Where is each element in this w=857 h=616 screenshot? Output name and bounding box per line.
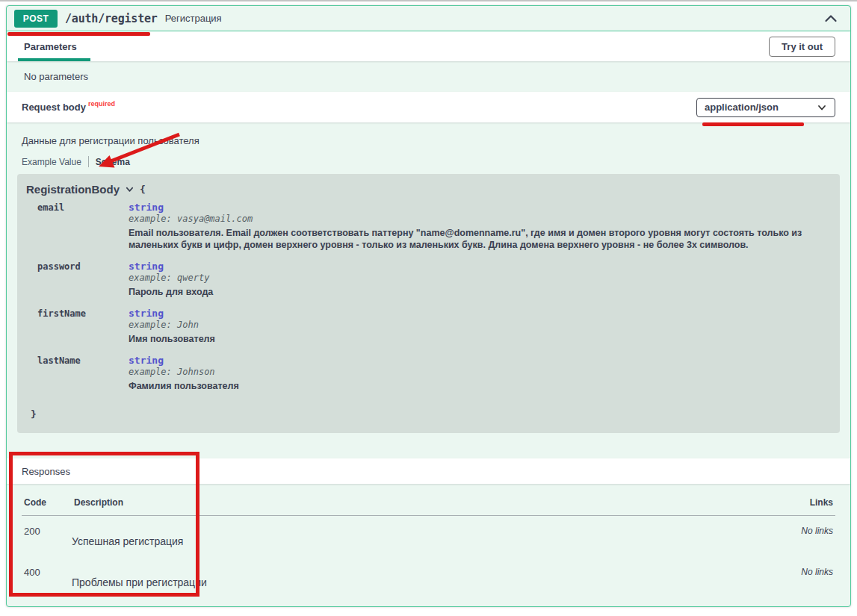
model-properties: email string example: vasya@mail.com Ema…: [37, 202, 831, 392]
tab-separator: [88, 156, 89, 167]
no-parameters-text: No parameters: [7, 61, 850, 92]
property-type: string: [129, 202, 831, 213]
required-badge: required: [88, 100, 115, 108]
property-details: string example: qwerty Пароль для входа: [129, 261, 213, 298]
chevron-down-icon: [125, 184, 134, 194]
property-name: firstName: [37, 308, 129, 345]
request-body-title: Request bodyrequired: [22, 102, 115, 113]
tab-schema[interactable]: Schema: [96, 157, 130, 167]
model-tabs: Example Value Schema: [22, 156, 835, 167]
response-links: No links: [738, 526, 833, 536]
http-method-badge: POST: [14, 10, 58, 28]
parameters-header: Parameters Try it out: [7, 31, 850, 61]
try-it-out-button[interactable]: Try it out: [769, 37, 835, 57]
responses-title: Responses: [22, 466, 70, 477]
property-row: password string example: qwerty Пароль д…: [37, 261, 831, 298]
collapse-button[interactable]: [820, 10, 841, 28]
model-title-row[interactable]: RegistrationBody {: [26, 183, 831, 196]
property-name: email: [37, 202, 129, 251]
response-links: No links: [738, 567, 833, 577]
chevron-down-icon: [817, 102, 827, 113]
endpoint-path: /auth/register: [65, 12, 158, 25]
request-body-header: Request bodyrequired application/json: [7, 92, 850, 122]
endpoint-summary-header[interactable]: POST /auth/register Регистрация: [7, 6, 850, 31]
property-details: string example: Johnson Фамилия пользова…: [129, 355, 239, 392]
response-description: Успешная регистрация: [72, 535, 738, 547]
model-name: RegistrationBody: [26, 183, 120, 196]
response-code: 400: [22, 567, 72, 578]
close-brace: }: [31, 408, 831, 420]
response-row: 400 Проблемы при регистрации No links: [22, 557, 835, 598]
endpoint-summary-text: Регистрация: [165, 13, 222, 24]
schema-model-box: RegistrationBody { email string example:…: [17, 174, 840, 433]
endpoint-block: POST /auth/register Регистрация Paramete…: [6, 5, 851, 607]
responses-table-header: Code Description Links: [22, 497, 835, 516]
property-description: Фамилия пользователя: [129, 380, 239, 392]
property-description: Пароль для входа: [129, 286, 213, 298]
column-header-links: Links: [738, 497, 835, 516]
response-row: 200 Успешная регистрация No links: [22, 516, 835, 558]
property-row: lastName string example: Johnson Фамилия…: [37, 355, 831, 392]
property-name: password: [37, 261, 129, 298]
tab-parameters[interactable]: Parameters: [22, 31, 79, 61]
property-example: example: qwerty: [129, 273, 213, 284]
property-description: Имя пользователя: [129, 333, 215, 345]
property-row: email string example: vasya@mail.com Ema…: [37, 202, 831, 251]
property-example: example: John: [129, 320, 215, 331]
request-body-description: Данные для регистрации пользователя: [22, 135, 835, 146]
column-header-description: Description: [72, 497, 738, 516]
column-header-code: Code: [22, 497, 72, 516]
page-top-divider: [0, 0, 857, 1]
property-details: string example: John Имя пользователя: [129, 308, 215, 345]
response-description: Проблемы при регистрации: [72, 576, 738, 588]
tab-example-value[interactable]: Example Value: [22, 157, 81, 167]
content-type-select[interactable]: application/json: [696, 98, 835, 117]
open-brace: {: [140, 184, 146, 195]
responses-body: Code Description Links 200 Успешная реги…: [7, 484, 850, 598]
responses-table: Code Description Links 200 Успешная реги…: [22, 497, 835, 598]
property-example: example: vasya@mail.com: [129, 214, 831, 225]
property-type: string: [129, 355, 239, 366]
property-row: firstName string example: John Имя польз…: [37, 308, 831, 345]
chevron-up-icon: [823, 11, 838, 26]
property-details: string example: vasya@mail.com Email пол…: [129, 202, 831, 251]
property-name: lastName: [37, 355, 129, 392]
property-type: string: [129, 261, 213, 272]
request-body-title-text: Request body: [22, 102, 86, 113]
content-type-value: application/json: [705, 102, 779, 113]
property-type: string: [129, 308, 215, 319]
property-description: Email пользователя. Email должен соответ…: [129, 227, 831, 251]
responses-header: Responses: [7, 458, 850, 484]
response-code: 200: [22, 526, 72, 537]
property-example: example: Johnson: [129, 367, 239, 378]
